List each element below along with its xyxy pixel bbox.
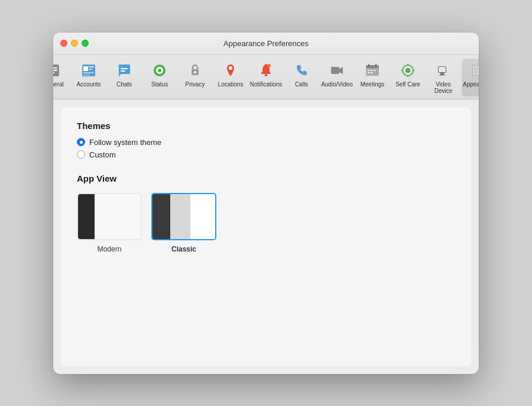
- notifications-icon: [257, 61, 275, 80]
- toolbar-item-accounts[interactable]: Accounts: [72, 59, 106, 96]
- modern-thumbnail: [77, 193, 142, 240]
- radio-system-label: Follow system theme: [89, 138, 161, 147]
- notifications-label: Notifications: [250, 81, 282, 88]
- radio-custom-label: Custom: [89, 150, 116, 159]
- svg-point-19: [265, 74, 268, 76]
- general-label: General: [53, 81, 64, 88]
- svg-rect-24: [368, 64, 369, 67]
- locations-label: Locations: [218, 81, 244, 88]
- svg-point-20: [267, 64, 271, 67]
- radio-system-indicator: [77, 138, 85, 146]
- themes-title: Themes: [77, 121, 455, 131]
- toolbar-item-audiovideo[interactable]: Audio/Video: [320, 59, 354, 96]
- svg-rect-39: [440, 73, 444, 75]
- privacy-icon: [186, 61, 205, 80]
- toolbar-item-privacy[interactable]: Privacy: [178, 59, 212, 96]
- toolbar: General Accounts: [53, 55, 479, 99]
- svg-rect-9: [83, 75, 90, 76]
- toolbar-item-chats[interactable]: Chats: [107, 59, 141, 96]
- selfcare-icon: [398, 61, 417, 80]
- svg-rect-10: [121, 68, 128, 69]
- appview-title: App View: [77, 173, 455, 183]
- radio-custom-indicator: [77, 150, 85, 159]
- window-title: Appearance Preferences: [223, 39, 309, 48]
- close-button[interactable]: [60, 40, 67, 47]
- toolbar-item-locations[interactable]: Locations: [213, 59, 248, 96]
- toolbar-item-videodevice[interactable]: Video Device: [426, 59, 460, 96]
- svg-rect-23: [366, 65, 379, 68]
- modern-label: Modern: [98, 245, 122, 253]
- svg-rect-25: [375, 64, 377, 67]
- appearance-icon: [469, 61, 479, 80]
- toolbar-item-general[interactable]: General: [53, 59, 70, 96]
- chats-icon: [115, 61, 134, 80]
- toolbar-item-notifications[interactable]: Notifications: [249, 59, 283, 96]
- radio-item-custom[interactable]: Custom: [77, 150, 455, 159]
- svg-rect-11: [121, 70, 125, 72]
- svg-rect-28: [374, 70, 375, 71]
- view-option-modern[interactable]: Modern: [77, 193, 142, 253]
- videodevice-label: Video Device: [431, 81, 456, 94]
- maximize-button[interactable]: [82, 40, 89, 47]
- appearance-label: Appearance: [463, 81, 479, 88]
- svg-rect-7: [89, 69, 92, 70]
- radio-item-system[interactable]: Follow system theme: [77, 138, 455, 147]
- svg-rect-40: [439, 75, 445, 76]
- svg-rect-8: [83, 72, 94, 73]
- general-icon: [53, 61, 63, 80]
- toolbar-item-selfcare[interactable]: Self Care: [391, 59, 425, 96]
- svg-point-17: [229, 66, 232, 70]
- traffic-lights: [60, 40, 89, 47]
- toolbar-item-calls[interactable]: Calls: [284, 59, 319, 96]
- status-label: Status: [151, 81, 168, 88]
- toolbar-item-status[interactable]: Status: [142, 59, 177, 96]
- classic-sidebar: [153, 194, 170, 239]
- videodevice-icon: [434, 61, 453, 80]
- svg-rect-5: [83, 66, 88, 71]
- calls-icon: [292, 61, 311, 80]
- theme-radio-group: Follow system theme Custom: [77, 138, 455, 159]
- svg-rect-26: [368, 70, 369, 71]
- chats-label: Chats: [116, 81, 132, 88]
- status-icon: [150, 61, 169, 80]
- svg-rect-2: [53, 70, 57, 71]
- svg-rect-38: [439, 67, 446, 72]
- meetings-icon: [363, 61, 382, 80]
- classic-main: [190, 194, 215, 239]
- preferences-window: Appearance Preferences General: [53, 33, 479, 374]
- titlebar: Appearance Preferences: [53, 33, 479, 55]
- svg-rect-30: [371, 72, 372, 73]
- svg-rect-6: [89, 66, 94, 67]
- modern-main: [95, 194, 141, 239]
- svg-rect-27: [371, 70, 372, 71]
- minimize-button[interactable]: [71, 40, 78, 47]
- modern-sidebar: [78, 194, 95, 239]
- svg-point-16: [194, 71, 196, 73]
- accounts-icon: [79, 61, 98, 80]
- content-area: Themes Follow system theme Custom App Vi…: [60, 107, 472, 367]
- svg-point-14: [158, 69, 161, 72]
- audiovideo-label: Audio/Video: [321, 81, 353, 88]
- calls-label: Calls: [295, 81, 308, 88]
- svg-rect-1: [53, 67, 57, 69]
- meetings-label: Meetings: [361, 81, 385, 88]
- classic-list: [170, 194, 190, 239]
- privacy-label: Privacy: [186, 81, 205, 88]
- svg-rect-29: [368, 72, 369, 73]
- svg-rect-3: [53, 72, 54, 73]
- view-options: Modern Classic: [77, 193, 455, 253]
- classic-label: Classic: [171, 245, 196, 253]
- selfcare-label: Self Care: [395, 81, 420, 88]
- toolbar-item-meetings[interactable]: Meetings: [355, 59, 390, 96]
- svg-rect-21: [331, 67, 339, 74]
- audiovideo-icon: [327, 61, 346, 80]
- classic-thumbnail: [151, 193, 216, 240]
- accounts-label: Accounts: [76, 81, 100, 88]
- toolbar-item-appearance[interactable]: Appearance: [462, 59, 479, 96]
- view-option-classic[interactable]: Classic: [151, 193, 216, 253]
- svg-rect-42: [474, 67, 478, 74]
- svg-rect-18: [261, 72, 271, 74]
- locations-icon: [221, 61, 240, 80]
